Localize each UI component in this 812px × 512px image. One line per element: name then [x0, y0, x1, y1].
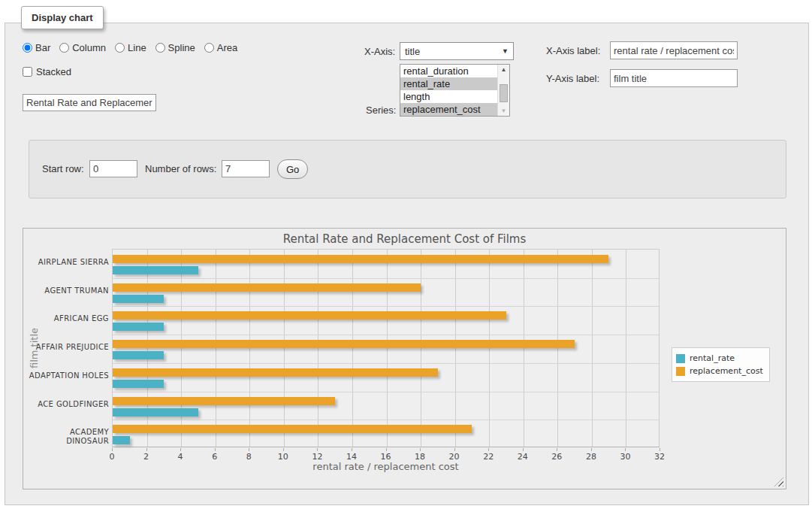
- start-row-label: Start row:: [42, 163, 84, 174]
- category-label: AIRPLANE SIERRA: [25, 258, 109, 267]
- bar-rental_rate: [113, 323, 164, 331]
- chevron-down-icon: ▼: [502, 47, 509, 55]
- chart-type-label-line[interactable]: Line: [128, 42, 146, 53]
- chart-type-radio-spline[interactable]: [155, 43, 165, 53]
- rows-panel: Start row: Number of rows: Go: [29, 140, 786, 198]
- fieldset-legend: Display chart: [21, 6, 104, 29]
- bar-replacement_cost: [113, 425, 472, 433]
- go-button[interactable]: Go: [277, 159, 308, 179]
- scrollbar-thumb[interactable]: [500, 84, 508, 102]
- chart-type-radio-line[interactable]: [115, 43, 125, 53]
- x-tick-mark: [557, 448, 557, 451]
- listbox-scrollbar[interactable]: ▲ ▼: [497, 65, 509, 116]
- chart-legend: rental_ratereplacement_cost: [672, 347, 770, 382]
- scroll-up-icon[interactable]: ▲: [498, 66, 509, 73]
- chart-type-radio-column[interactable]: [59, 43, 69, 53]
- x-tick-mark: [454, 448, 455, 451]
- category-label: ADAPTATION HOLES: [25, 371, 109, 380]
- chart-title: Rental Rate and Replacement Cost of Film…: [23, 232, 786, 246]
- bar-replacement_cost: [113, 340, 575, 348]
- x-tick-mark: [317, 448, 318, 451]
- stacked-checkbox-row: Stacked: [23, 66, 71, 77]
- x-tick-mark: [420, 448, 421, 451]
- x-axis-select[interactable]: title ▼: [400, 42, 514, 60]
- x-axis-title: rental rate / replacement cost: [112, 461, 660, 472]
- series-listbox[interactable]: rental_durationrental_ratelengthreplacem…: [400, 64, 510, 117]
- chart-type-label-bar[interactable]: Bar: [35, 42, 50, 53]
- plot-area: [112, 249, 660, 447]
- x-tick-mark: [283, 448, 284, 451]
- chart-type-radio-group: BarColumnLineSplineArea: [23, 42, 243, 53]
- resize-handle-icon[interactable]: [774, 477, 783, 486]
- x-tick-mark: [625, 448, 626, 451]
- chart-type-radio-bar[interactable]: [23, 43, 32, 53]
- category-label: ACADEMY DINOSAUR: [25, 428, 109, 446]
- bar-replacement_cost: [113, 255, 608, 263]
- x-axis-selected-value: title: [405, 46, 420, 57]
- y-axis-title: film title: [29, 328, 40, 368]
- category-label: AFRICAN EGG: [25, 314, 109, 323]
- category-label: ACE GOLDFINGER: [25, 400, 109, 409]
- gridline: [113, 278, 659, 279]
- series-list-label: Series:: [366, 105, 396, 116]
- series-option-replacement_cost[interactable]: replacement_cost: [400, 103, 497, 116]
- bar-replacement_cost: [113, 397, 335, 405]
- legend-label: rental_rate: [690, 353, 735, 363]
- chart-type-label-area[interactable]: Area: [217, 42, 237, 53]
- stacked-label: Stacked: [36, 66, 71, 77]
- y-axis-label-label: Y-Axis label:: [546, 73, 599, 84]
- legend-swatch: [676, 367, 685, 376]
- legend-item-replacement_cost: replacement_cost: [676, 365, 763, 377]
- category-label: AGENT TRUMAN: [25, 286, 109, 295]
- chart-type-label-column[interactable]: Column: [72, 42, 106, 53]
- chart-type-label-spline[interactable]: Spline: [168, 42, 195, 53]
- start-row-input[interactable]: [89, 160, 137, 177]
- bar-rental_rate: [113, 380, 164, 388]
- gridline: [113, 335, 659, 335]
- x-axis-select-label: X-Axis:: [364, 46, 395, 57]
- number-of-rows-input[interactable]: [222, 160, 270, 177]
- legend-item-rental_rate: rental_rate: [676, 352, 763, 365]
- gridline: [113, 306, 659, 307]
- bar-replacement_cost: [113, 283, 421, 292]
- bar-replacement_cost: [113, 311, 506, 320]
- chart-title-input[interactable]: [23, 94, 156, 111]
- series-option-rental_duration[interactable]: rental_duration: [400, 65, 497, 77]
- bar-rental_rate: [113, 266, 198, 274]
- bar-rental_rate: [113, 408, 198, 417]
- gridline: [113, 363, 659, 364]
- x-axis-label-label: X-Axis label:: [546, 45, 600, 56]
- bar-rental_rate: [113, 351, 164, 359]
- gridline: [113, 392, 659, 392]
- x-tick-mark: [386, 448, 387, 451]
- bar-rental_rate: [113, 295, 164, 303]
- chart-container: Rental Rate and Replacement Cost of Film…: [23, 228, 786, 489]
- series-option-length[interactable]: length: [400, 90, 497, 103]
- x-tick-mark: [146, 448, 147, 451]
- gridline: [113, 420, 659, 420]
- bar-replacement_cost: [113, 368, 438, 377]
- x-tick-mark: [112, 448, 113, 451]
- x-tick-mark: [352, 448, 352, 451]
- chart-type-radio-area[interactable]: [204, 43, 214, 53]
- x-tick-mark: [249, 448, 249, 451]
- gridline: [626, 250, 626, 447]
- x-tick-mark: [591, 448, 592, 451]
- x-tick-mark: [180, 448, 181, 451]
- x-axis-label-input[interactable]: [610, 41, 738, 59]
- x-tick-mark: [215, 448, 216, 451]
- number-of-rows-label: Number of rows:: [145, 163, 216, 174]
- x-tick-mark: [488, 448, 489, 451]
- series-option-rental_rate[interactable]: rental_rate: [400, 77, 497, 90]
- legend-swatch: [676, 354, 685, 363]
- y-axis-label-input[interactable]: [610, 69, 738, 87]
- bar-rental_rate: [113, 436, 130, 444]
- scroll-down-icon[interactable]: ▼: [498, 108, 509, 114]
- x-tick-mark: [660, 448, 660, 451]
- stacked-checkbox[interactable]: [23, 67, 32, 77]
- legend-label: replacement_cost: [690, 366, 763, 376]
- x-tick-mark: [523, 448, 524, 451]
- gridline: [592, 250, 593, 447]
